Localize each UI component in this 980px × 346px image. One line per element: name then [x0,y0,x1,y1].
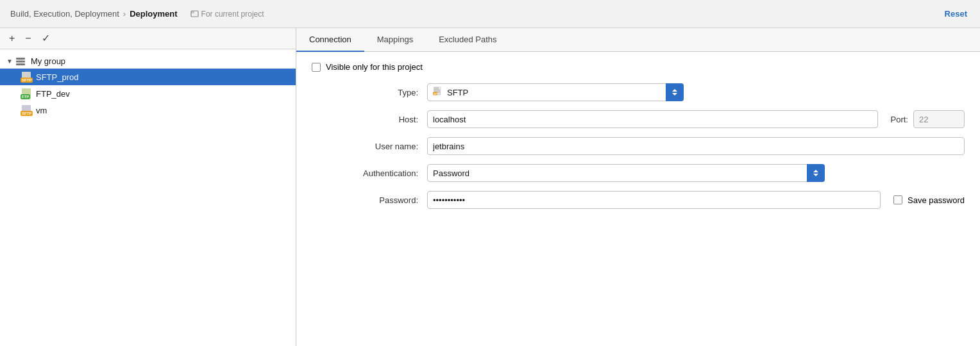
vm-icon: SFTP [21,104,32,116]
project-label: For current project [201,10,264,19]
svg-rect-1 [191,11,194,13]
breadcrumb-separator: › [123,9,126,19]
save-password-checkbox[interactable] [893,195,902,204]
auth-spinner-up-icon [813,170,818,172]
breadcrumb-current: Deployment [130,9,177,19]
visible-only-checkbox[interactable] [312,63,321,72]
auth-select-wrapper: Password Key pair (OpenSSH or PuTTY) Ope… [427,164,825,182]
tab-connection[interactable]: Connection [296,28,364,52]
host-input[interactable] [427,110,878,128]
tree-item-label: FTP_dev [36,89,70,99]
username-label: User name: [312,142,427,151]
tree-item-label: SFTP_prod [36,72,78,82]
check-button[interactable]: ✓ [39,32,53,45]
tabs: Connection Mappings Excluded Paths [296,28,980,52]
save-password-wrapper: Save password [893,195,965,205]
tab-excluded-paths[interactable]: Excluded Paths [426,28,509,52]
auth-label: Authentication: [312,169,427,178]
header: Build, Execution, Deployment › Deploymen… [0,0,980,28]
type-select-wrapper: SFTP SFTP FTP Local or mounted folder [427,83,684,101]
right-panel: Connection Mappings Excluded Paths Visib… [296,28,980,346]
left-panel: + − ✓ ▼ My group [0,28,296,346]
type-spinner[interactable] [666,83,684,101]
visible-only-row: Visible only for this project [312,62,965,72]
spinner-up-icon [672,89,677,92]
remove-button[interactable]: − [22,32,33,45]
tree-group-header[interactable]: ▼ My group [0,53,296,69]
tree-item-ftp-dev[interactable]: FTP FTP_dev [0,85,296,102]
tree-item-vm[interactable]: SFTP vm [0,102,296,119]
type-label: Type: [312,88,427,97]
tree: ▼ My group [0,49,296,346]
username-row: User name: [312,137,965,155]
password-input[interactable] [427,191,881,209]
spinner-down-icon [672,93,677,95]
type-select[interactable]: SFTP FTP Local or mounted folder [427,83,684,101]
ftp-dev-icon: FTP [21,88,32,99]
breadcrumb: Build, Execution, Deployment › Deploymen… [10,9,178,19]
tree-item-sftp-prod[interactable]: SFTP SFTP_prod [0,69,296,85]
svg-rect-3 [16,61,25,63]
svg-rect-4 [16,63,25,65]
host-row: Host: Port: [312,110,965,128]
breadcrumb-parent: Build, Execution, Deployment [10,9,119,19]
group-label: My group [31,56,65,66]
host-label: Host: [312,115,427,124]
svg-rect-2 [16,58,25,60]
breadcrumb-project: For current project [190,10,264,19]
main-content: + − ✓ ▼ My group [0,28,980,346]
expand-icon: ▼ [6,58,13,65]
tree-item-label: vm [36,106,47,115]
sftp-prod-icon: SFTP [21,71,32,83]
visible-only-label: Visible only for this project [326,62,423,72]
username-input[interactable] [427,137,965,155]
type-row: Type: SFTP SFTP FTP [312,83,965,101]
reset-button[interactable]: Reset [945,9,967,19]
add-button[interactable]: + [6,32,17,45]
tree-group: ▼ My group [0,52,296,120]
server-stack-icon [15,56,26,66]
auth-spinner-down-icon [813,174,818,176]
port-label: Port: [891,115,908,124]
port-input[interactable] [913,110,965,128]
form-area: Visible only for this project Type: SFTP [296,52,980,346]
auth-spinner[interactable] [807,164,825,182]
auth-select[interactable]: Password Key pair (OpenSSH or PuTTY) Ope… [427,164,825,182]
project-icon [190,10,199,18]
tab-mappings[interactable]: Mappings [364,28,426,52]
toolbar: + − ✓ [0,28,296,49]
password-row: Password: Save password [312,191,965,209]
save-password-label: Save password [908,195,965,205]
password-label: Password: [312,195,427,205]
auth-row: Authentication: Password Key pair (OpenS… [312,164,965,182]
